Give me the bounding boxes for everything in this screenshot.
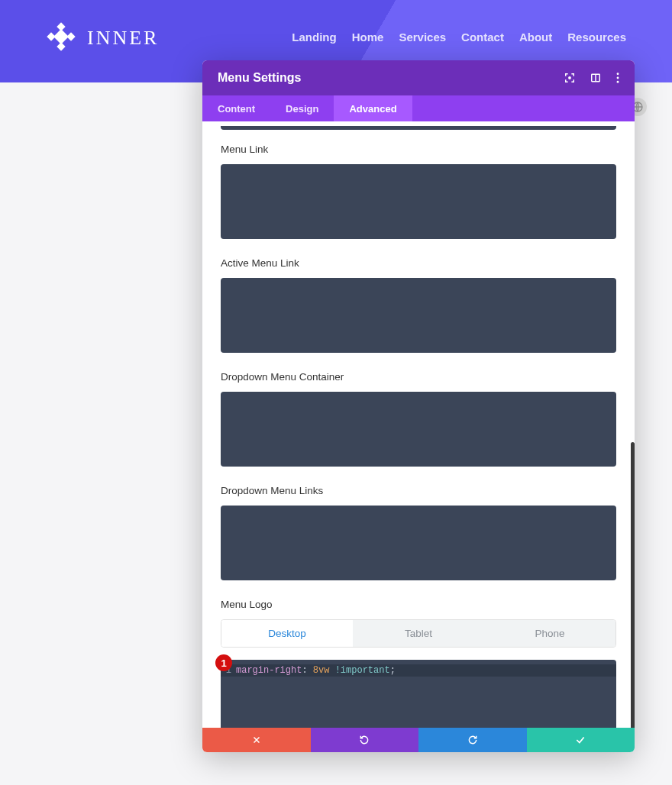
cancel-button[interactable] <box>202 728 311 752</box>
nav-landing[interactable]: Landing <box>292 31 336 44</box>
more-icon[interactable] <box>616 73 619 83</box>
svg-point-6 <box>569 77 570 79</box>
tab-design[interactable]: Design <box>270 95 334 121</box>
brand-name: INNER <box>87 27 159 50</box>
label-dropdown-container: Dropdown Menu Container <box>221 371 616 383</box>
nav-resources[interactable]: Resources <box>567 31 626 44</box>
label-menu-link: Menu Link <box>221 144 616 155</box>
modal-body: Menu Link Active Menu Link Dropdown Menu… <box>202 121 635 728</box>
tab-content[interactable]: Content <box>202 95 270 121</box>
redo-button[interactable] <box>418 728 527 752</box>
nav-services[interactable]: Services <box>399 31 446 44</box>
nav-about[interactable]: About <box>519 31 552 44</box>
nav-home[interactable]: Home <box>352 31 384 44</box>
diamond-logo-icon <box>46 21 76 55</box>
device-tab-phone[interactable]: Phone <box>484 620 615 647</box>
settings-tabs: Content Design Advanced <box>202 95 635 121</box>
scrollbar-thumb[interactable] <box>631 442 635 728</box>
input-menu-logo-css[interactable]: 1 margin-right: 8vw !important; <box>221 660 616 728</box>
input-dropdown-container[interactable] <box>221 392 616 467</box>
prev-codebox-edge <box>221 126 616 130</box>
svg-point-11 <box>617 81 619 83</box>
menu-logo-css-wrap: 1 1 margin-right: 8vw !important; <box>221 660 616 728</box>
site-logo[interactable]: INNER <box>46 21 159 55</box>
label-dropdown-links: Dropdown Menu Links <box>221 485 616 496</box>
tab-advanced[interactable]: Advanced <box>334 95 412 121</box>
label-active-menu-link: Active Menu Link <box>221 257 616 269</box>
nav-contact[interactable]: Contact <box>461 31 504 44</box>
input-dropdown-links[interactable] <box>221 506 616 580</box>
svg-point-9 <box>617 73 619 75</box>
label-menu-logo: Menu Logo <box>221 599 616 610</box>
step-badge-1: 1 <box>215 654 232 671</box>
main-nav: Landing Home Services Contact About Reso… <box>292 31 626 44</box>
undo-button[interactable] <box>311 728 419 752</box>
columns-icon[interactable] <box>590 73 601 83</box>
device-tabs: Desktop Tablet Phone <box>221 619 616 648</box>
modal-footer <box>202 728 635 752</box>
device-tab-tablet[interactable]: Tablet <box>353 620 484 647</box>
code-line-1: margin-right: 8vw !important; <box>236 665 396 676</box>
menu-settings-modal: Menu Settings Content Design Advanced Me… <box>202 60 635 752</box>
save-button[interactable] <box>527 728 635 752</box>
input-menu-link[interactable] <box>221 164 616 239</box>
modal-title: Menu Settings <box>218 71 301 85</box>
device-tab-desktop[interactable]: Desktop <box>221 620 353 647</box>
svg-rect-4 <box>53 29 69 44</box>
modal-header: Menu Settings <box>202 60 635 95</box>
focus-icon[interactable] <box>564 73 575 83</box>
input-active-menu-link[interactable] <box>221 278 616 353</box>
svg-point-10 <box>617 77 619 79</box>
